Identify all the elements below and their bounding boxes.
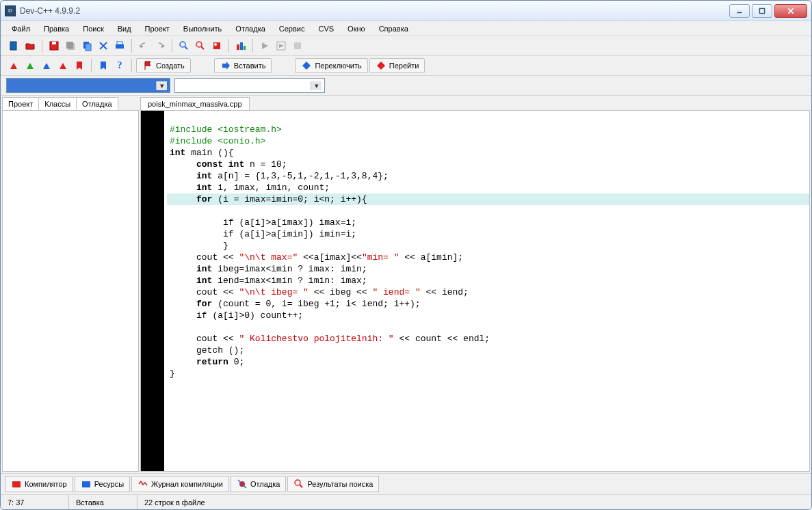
menu-help[interactable]: Справка — [374, 23, 414, 34]
help-icon[interactable]: ? — [112, 58, 127, 73]
svg-point-35 — [295, 480, 300, 485]
tab-resources[interactable]: Ресурсы — [75, 476, 130, 492]
print-icon[interactable] — [112, 38, 127, 53]
editor-panel: poisk_minmax_massiva.cpp #include <iostr… — [140, 97, 810, 472]
svg-rect-32 — [82, 481, 90, 487]
code-area[interactable]: #include <iostream.h> #include <conio.h>… — [164, 111, 809, 471]
diamond-red-icon — [376, 60, 387, 71]
project-tree[interactable] — [2, 110, 139, 472]
left-panel: Проект Классы Отладка — [2, 97, 139, 472]
titlebar: D Dev-C++ 4.9.9.2 — [1, 1, 811, 21]
svg-rect-23 — [244, 46, 246, 50]
arrow-up-green-icon[interactable] — [23, 58, 38, 73]
svg-point-20 — [214, 43, 217, 46]
compile-run-icon[interactable] — [274, 38, 289, 53]
file-tab[interactable]: poisk_minmax_massiva.cpp — [140, 97, 250, 110]
toggle-button[interactable]: Переключить — [295, 58, 367, 73]
diamond-blue-icon — [301, 60, 312, 71]
close-button[interactable] — [774, 4, 807, 18]
class-combo[interactable]: ▾ — [6, 78, 170, 93]
tab-search-results[interactable]: Результаты поиска — [287, 476, 379, 492]
combo-toolbar: ▾ ▾ — [1, 76, 811, 96]
svg-rect-6 — [52, 42, 56, 44]
tab-compiler[interactable]: Компилятор — [5, 476, 73, 492]
save-icon[interactable] — [47, 38, 62, 53]
code-editor[interactable]: #include <iostream.h> #include <conio.h>… — [140, 110, 810, 472]
maximize-button[interactable] — [752, 4, 772, 18]
menu-project[interactable]: Проект — [140, 23, 175, 34]
compile-icon[interactable] — [233, 38, 248, 53]
tab-debug-bottom[interactable]: Отладка — [231, 476, 286, 492]
menu-file[interactable]: Файл — [6, 23, 36, 34]
svg-line-16 — [185, 46, 187, 49]
insert-button[interactable]: Вставить — [214, 58, 272, 73]
insert-label: Вставить — [234, 62, 266, 70]
menubar: Файл Правка Поиск Вид Проект Выполнить О… — [1, 21, 811, 36]
status-mode: Вставка — [69, 495, 137, 509]
svg-marker-26 — [279, 44, 284, 48]
svg-rect-19 — [213, 42, 220, 49]
arrow-up-red2-icon[interactable] — [55, 58, 70, 73]
arrow-up-blue-icon[interactable] — [39, 58, 54, 73]
bookmark-icon[interactable] — [72, 58, 87, 73]
toolbar-debug: ? Создать Вставить Переключить Перейти — [1, 56, 811, 76]
svg-rect-8 — [66, 42, 73, 49]
status-lines: 22 строк в файле — [137, 495, 811, 509]
menu-view[interactable]: Вид — [112, 23, 137, 34]
menu-window[interactable]: Окно — [342, 23, 371, 34]
window-title: Dev-C++ 4.9.9.2 — [20, 6, 729, 16]
svg-rect-31 — [12, 481, 21, 487]
copy-icon[interactable] — [79, 38, 94, 53]
menu-cvs[interactable]: CVS — [313, 23, 339, 34]
tab-project[interactable]: Проект — [2, 97, 39, 110]
minimize-button[interactable] — [729, 4, 750, 18]
goto-button[interactable]: Перейти — [369, 58, 425, 73]
svg-rect-14 — [117, 42, 122, 44]
menu-search[interactable]: Поиск — [77, 23, 109, 34]
folder-icon — [11, 479, 22, 489]
svg-line-34 — [238, 480, 246, 488]
app-window: D Dev-C++ 4.9.9.2 Файл Правка Поиск Вид … — [0, 0, 812, 510]
bottom-tabs: Компилятор Ресурсы Журнал компиляции Отл… — [1, 473, 811, 494]
svg-rect-27 — [294, 42, 301, 49]
app-icon: D — [5, 5, 16, 16]
svg-rect-4 — [10, 42, 16, 50]
tab-compile-log[interactable]: Журнал компиляции — [131, 476, 229, 492]
menu-debug[interactable]: Отладка — [230, 23, 270, 34]
bookmark2-icon[interactable] — [96, 58, 111, 73]
rebuild-icon[interactable] — [290, 38, 305, 53]
menu-edit[interactable]: Правка — [38, 23, 75, 34]
method-combo[interactable]: ▾ — [174, 78, 325, 93]
flag-red-icon — [142, 60, 153, 71]
run-icon[interactable] — [257, 38, 272, 53]
toggle-label: Переключить — [315, 62, 361, 70]
undo-icon[interactable] — [136, 38, 151, 53]
bug-icon — [237, 479, 248, 489]
svg-point-15 — [180, 42, 185, 47]
log-icon — [137, 479, 148, 489]
close-file-icon[interactable] — [96, 38, 111, 53]
find-next-icon[interactable] — [209, 38, 224, 53]
tab-classes[interactable]: Классы — [38, 97, 77, 110]
svg-rect-21 — [237, 44, 239, 50]
svg-rect-10 — [86, 44, 91, 51]
svg-line-18 — [201, 46, 204, 49]
create-label: Создать — [156, 62, 185, 70]
svg-marker-24 — [262, 42, 268, 49]
chevron-down-icon: ▾ — [156, 81, 167, 90]
menu-execute[interactable]: Выполнить — [178, 23, 227, 34]
open-file-icon[interactable] — [23, 38, 38, 53]
replace-icon[interactable] — [193, 38, 208, 53]
toolbar-main — [1, 36, 811, 56]
tab-debug[interactable]: Отладка — [76, 97, 118, 110]
workarea: Проект Классы Отладка poisk_minmax_massi… — [1, 96, 811, 473]
find-icon[interactable] — [176, 38, 192, 53]
redo-icon[interactable] — [153, 38, 168, 53]
create-button[interactable]: Создать — [136, 58, 191, 73]
save-all-icon[interactable] — [63, 38, 78, 53]
arrow-up-red-icon[interactable] — [6, 58, 21, 73]
menu-tools[interactable]: Сервис — [274, 23, 311, 34]
new-file-icon[interactable] — [6, 38, 21, 53]
svg-marker-30 — [377, 62, 385, 70]
editor-gutter — [141, 111, 164, 471]
